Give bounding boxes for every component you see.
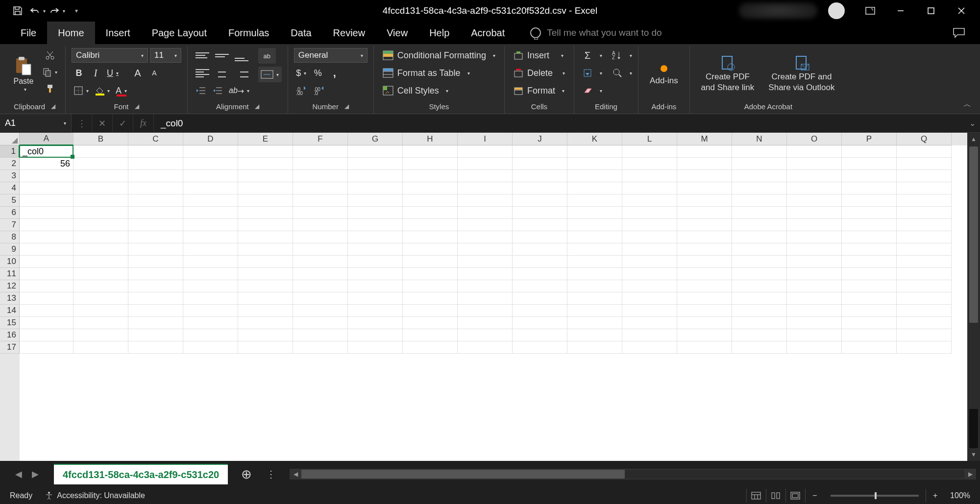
cell-F8[interactable] — [293, 231, 348, 243]
cell-N8[interactable] — [732, 231, 787, 243]
cell-L3[interactable] — [622, 170, 677, 182]
row-header-5[interactable]: 5 — [0, 194, 20, 207]
cell-F15[interactable] — [293, 317, 348, 329]
new-sheet-button[interactable]: ⊕ — [237, 467, 256, 482]
column-header-E[interactable]: E — [238, 133, 293, 145]
column-header-F[interactable]: F — [293, 133, 348, 145]
cell-G13[interactable] — [348, 292, 403, 305]
cell-K14[interactable] — [567, 305, 622, 317]
scroll-up-button[interactable]: ▲ — [967, 133, 980, 145]
cut-button[interactable] — [40, 48, 59, 63]
cell-N13[interactable] — [732, 292, 787, 305]
cell-C3[interactable] — [128, 170, 183, 182]
align-top-button[interactable] — [194, 48, 211, 63]
decrease-font-button[interactable]: A — [147, 66, 162, 80]
cell-B10[interactable] — [74, 256, 128, 268]
cell-Q8[interactable] — [897, 231, 952, 243]
cell-E9[interactable] — [238, 243, 293, 256]
cell-E3[interactable] — [238, 170, 293, 182]
cell-Q1[interactable] — [897, 145, 952, 158]
cell-Q6[interactable] — [897, 207, 952, 219]
cell-A12[interactable] — [20, 280, 74, 292]
cell-C10[interactable] — [128, 256, 183, 268]
cell-I12[interactable] — [458, 280, 513, 292]
row-header-4[interactable]: 4 — [0, 182, 20, 194]
wrap-text-button[interactable]: ab — [258, 48, 276, 64]
cell-C7[interactable] — [128, 219, 183, 231]
qat-customize[interactable]: ▾ — [68, 2, 85, 20]
cell-grid[interactable]: _col056 — [20, 145, 967, 461]
sheet-next-button[interactable]: ▶ — [32, 469, 39, 480]
cell-D13[interactable] — [183, 292, 238, 305]
cell-O1[interactable] — [787, 145, 842, 158]
cell-D2[interactable] — [183, 158, 238, 170]
undo-button[interactable]: ▾ — [28, 2, 46, 20]
cell-G11[interactable] — [348, 268, 403, 280]
cell-E11[interactable] — [238, 268, 293, 280]
cell-D5[interactable] — [183, 194, 238, 207]
cell-Q12[interactable] — [897, 280, 952, 292]
cell-A17[interactable] — [20, 341, 74, 354]
cell-G6[interactable] — [348, 207, 403, 219]
row-header-15[interactable]: 15 — [0, 317, 20, 329]
cell-P8[interactable] — [842, 231, 897, 243]
cell-I3[interactable] — [458, 170, 513, 182]
zoom-slider-thumb[interactable] — [875, 492, 877, 499]
cell-K2[interactable] — [567, 158, 622, 170]
cell-H4[interactable] — [403, 182, 458, 194]
cell-Q4[interactable] — [897, 182, 952, 194]
cell-E12[interactable] — [238, 280, 293, 292]
cell-L13[interactable] — [622, 292, 677, 305]
cell-I1[interactable] — [458, 145, 513, 158]
format-cells-button[interactable]: Format▾ — [511, 83, 567, 98]
column-header-O[interactable]: O — [787, 133, 842, 145]
cell-H8[interactable] — [403, 231, 458, 243]
sheet-prev-button[interactable]: ◀ — [15, 469, 22, 480]
cell-O10[interactable] — [787, 256, 842, 268]
font-name-select[interactable]: Calibri▾ — [72, 48, 148, 63]
cell-G17[interactable] — [348, 341, 403, 354]
alignment-dialog-launcher[interactable]: ◢ — [255, 103, 259, 110]
cell-L12[interactable] — [622, 280, 677, 292]
cell-I4[interactable] — [458, 182, 513, 194]
cell-B2[interactable] — [74, 158, 128, 170]
cell-E10[interactable] — [238, 256, 293, 268]
cell-L2[interactable] — [622, 158, 677, 170]
cell-P9[interactable] — [842, 243, 897, 256]
cell-M13[interactable] — [677, 292, 732, 305]
cell-H7[interactable] — [403, 219, 458, 231]
sheet-tab-active[interactable]: 4fccd131-58ca-4c3a-a2f9-c531c20 — [54, 464, 228, 484]
cell-B9[interactable] — [74, 243, 128, 256]
cell-E14[interactable] — [238, 305, 293, 317]
cell-K6[interactable] — [567, 207, 622, 219]
cell-K11[interactable] — [567, 268, 622, 280]
cell-Q13[interactable] — [897, 292, 952, 305]
cell-F7[interactable] — [293, 219, 348, 231]
cell-F10[interactable] — [293, 256, 348, 268]
tab-file[interactable]: File — [10, 22, 47, 44]
cell-L1[interactable] — [622, 145, 677, 158]
cell-L17[interactable] — [622, 341, 677, 354]
cell-Q2[interactable] — [897, 158, 952, 170]
cell-O15[interactable] — [787, 317, 842, 329]
expand-formula-bar[interactable]: ⌄ — [964, 119, 980, 128]
cell-H3[interactable] — [403, 170, 458, 182]
cell-I5[interactable] — [458, 194, 513, 207]
cell-N3[interactable] — [732, 170, 787, 182]
row-header-14[interactable]: 14 — [0, 305, 20, 317]
cell-P11[interactable] — [842, 268, 897, 280]
column-header-N[interactable]: N — [732, 133, 787, 145]
cell-G14[interactable] — [348, 305, 403, 317]
cell-N12[interactable] — [732, 280, 787, 292]
cell-H13[interactable] — [403, 292, 458, 305]
cell-A5[interactable] — [20, 194, 74, 207]
cell-P10[interactable] — [842, 256, 897, 268]
cell-B5[interactable] — [74, 194, 128, 207]
cell-J16[interactable] — [513, 329, 567, 341]
cell-A15[interactable] — [20, 317, 74, 329]
comments-button[interactable] — [953, 22, 965, 44]
cell-L11[interactable] — [622, 268, 677, 280]
cell-O17[interactable] — [787, 341, 842, 354]
cell-H9[interactable] — [403, 243, 458, 256]
bold-button[interactable]: B — [72, 66, 86, 80]
